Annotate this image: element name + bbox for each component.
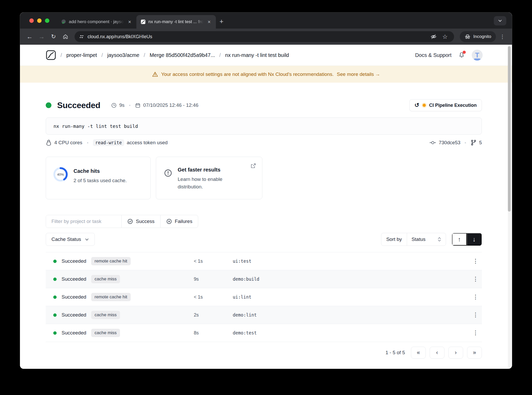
tab-search-button[interactable] xyxy=(494,16,506,25)
browser-toolbar: ← → ↻ cloud.nx.app/runs/BkIXGHIeUs ☆ Inc… xyxy=(20,29,512,45)
cache-badge: cache miss xyxy=(91,275,120,283)
separator-dot xyxy=(87,142,88,143)
breadcrumb: / proper-limpet / jaysoo3/acme / Merge 8… xyxy=(46,50,289,60)
row-menu-button[interactable]: ⋮ xyxy=(469,312,482,318)
sort-direction-group: ↑ ↓ xyxy=(452,233,482,246)
incognito-badge: Incognito xyxy=(460,31,496,42)
cache-status-dropdown[interactable]: Cache Status xyxy=(46,233,95,246)
nx-cloud-logo[interactable] xyxy=(46,50,56,60)
calendar-icon xyxy=(135,103,141,108)
get-faster-results-card[interactable]: Get faster results Learn how to enable d… xyxy=(156,157,262,199)
table-row[interactable]: Succeededremote cache hit < 1s ui:test ⋮ xyxy=(46,252,482,270)
home-button[interactable] xyxy=(60,31,71,42)
commit-icon xyxy=(429,140,436,146)
docs-support-link[interactable]: Docs & Support xyxy=(415,52,451,58)
faster-card-title: Get faster results xyxy=(178,167,230,173)
back-button[interactable]: ← xyxy=(24,31,35,42)
status-dot xyxy=(53,278,57,281)
filter-input[interactable] xyxy=(46,215,121,228)
last-page-button[interactable]: » xyxy=(467,347,482,359)
failures-filter-button[interactable]: Failures xyxy=(160,215,198,228)
row-menu-button[interactable]: ⋮ xyxy=(469,330,482,336)
commit-hash[interactable]: 730dce53 xyxy=(439,140,460,146)
row-task[interactable]: ui:test xyxy=(233,259,469,264)
failures-filter-label: Failures xyxy=(175,219,192,224)
table-row[interactable]: Succeededremote cache hit < 1s ui:lint ⋮ xyxy=(46,288,482,306)
run-duration: 9s xyxy=(119,102,124,108)
scrollbar-thumb[interactable] xyxy=(508,46,511,212)
address-bar[interactable]: cloud.nx.app/runs/BkIXGHIeUs ☆ xyxy=(75,31,454,42)
run-status-row: Succeeded 9s 07/10/2025 12:46 - 12:46 ↺ … xyxy=(46,99,482,111)
access-token-suffix: access token used xyxy=(127,140,168,146)
row-duration: < 1s xyxy=(194,259,233,264)
banner-text: Your access control settings are not ali… xyxy=(161,71,334,77)
row-task[interactable]: ui:lint xyxy=(233,294,469,300)
close-tab-icon[interactable]: × xyxy=(206,19,212,25)
window-controls[interactable] xyxy=(29,18,49,23)
avatar[interactable]: T xyxy=(472,50,483,61)
zoom-window-button[interactable] xyxy=(45,18,49,23)
sort-by-label: Sort by xyxy=(381,233,407,246)
sort-by-group: Sort by Status xyxy=(381,233,446,246)
clock-icon xyxy=(111,103,117,108)
cache-percent: 40% xyxy=(53,167,68,182)
row-menu-button[interactable]: ⋮ xyxy=(469,258,482,265)
url-text: cloud.nx.app/runs/BkIXGHIeUs xyxy=(88,34,152,40)
incognito-label: Incognito xyxy=(473,34,491,39)
app-header: / proper-limpet / jaysoo3/acme / Merge 8… xyxy=(20,45,512,66)
sort-descending-button[interactable]: ↓ xyxy=(467,233,482,246)
run-command: nx run-many -t lint test build xyxy=(46,117,482,135)
separator-dot xyxy=(465,142,466,143)
forward-button[interactable]: → xyxy=(36,31,47,42)
success-filter-button[interactable]: Success xyxy=(121,215,160,228)
ci-pipeline-execution-button[interactable]: ↺ CI Pipeline Execution xyxy=(409,99,482,111)
table-row[interactable]: Succeededcache miss 9s demo:build ⋮ xyxy=(46,270,482,288)
sort-ascending-button[interactable]: ↑ xyxy=(452,233,467,246)
breadcrumb-run[interactable]: nx run-many -t lint test build xyxy=(225,52,289,58)
cache-donut-chart: 40% xyxy=(53,167,68,182)
bookmark-star-icon[interactable]: ☆ xyxy=(440,32,450,42)
row-task[interactable]: demo:build xyxy=(233,276,469,282)
notifications-button[interactable] xyxy=(458,52,465,58)
table-row[interactable]: Succeededcache miss 2s demo:lint ⋮ xyxy=(46,306,482,324)
minimize-window-button[interactable] xyxy=(37,18,42,23)
scrollbar-track[interactable] xyxy=(508,45,511,369)
row-menu-button[interactable]: ⋮ xyxy=(469,294,482,300)
row-menu-button[interactable]: ⋮ xyxy=(469,276,482,282)
github-icon xyxy=(61,19,66,24)
browser-menu-button[interactable]: ⋮ xyxy=(497,31,508,42)
tab-nx-run[interactable]: nx run-many -t lint test ... from × xyxy=(136,15,216,29)
sort-field-select[interactable]: Status xyxy=(407,233,446,246)
new-tab-button[interactable]: + xyxy=(220,17,223,25)
row-task[interactable]: demo:lint xyxy=(233,312,469,318)
cache-badge: remote cache hit xyxy=(91,293,131,301)
breadcrumb-workspace[interactable]: proper-limpet xyxy=(66,52,97,58)
warning-icon xyxy=(152,71,158,77)
previous-page-button[interactable]: ‹ xyxy=(430,347,444,359)
cache-badge: cache miss xyxy=(91,311,120,319)
next-page-button[interactable]: › xyxy=(448,347,463,359)
breadcrumb-separator: / xyxy=(61,52,62,58)
breadcrumb-repo[interactable]: jaysoo3/acme xyxy=(107,52,139,58)
cache-badge: remote cache hit xyxy=(91,257,131,265)
run-meta-row: 4 CPU cores read-write access token used… xyxy=(46,139,482,146)
breadcrumb-commit[interactable]: Merge 85d500f42d5a9b47... xyxy=(150,52,215,58)
chevron-down-icon xyxy=(498,19,502,23)
eye-off-icon[interactable] xyxy=(429,32,438,42)
reload-button[interactable]: ↻ xyxy=(48,31,59,42)
branch-count[interactable]: 5 xyxy=(479,140,482,146)
close-window-button[interactable] xyxy=(29,18,34,23)
close-tab-icon[interactable]: × xyxy=(127,19,133,25)
row-status: Succeeded xyxy=(62,294,86,300)
row-task[interactable]: demo:test xyxy=(233,330,469,335)
site-settings-icon[interactable] xyxy=(79,34,84,40)
external-link-icon[interactable] xyxy=(250,163,256,169)
tab-github-pr[interactable]: add hero component · jaysoo3 × xyxy=(57,15,136,29)
x-circle-icon xyxy=(166,219,172,224)
undo-icon: ↺ xyxy=(415,102,419,108)
nx-cloud-favicon xyxy=(141,19,146,24)
first-page-button[interactable]: « xyxy=(411,347,426,359)
access-token-badge: read-write xyxy=(93,139,124,146)
table-row[interactable]: Succeededcache miss 8s demo:test ⋮ xyxy=(46,324,482,342)
banner-details-link[interactable]: See more details → xyxy=(337,71,380,77)
